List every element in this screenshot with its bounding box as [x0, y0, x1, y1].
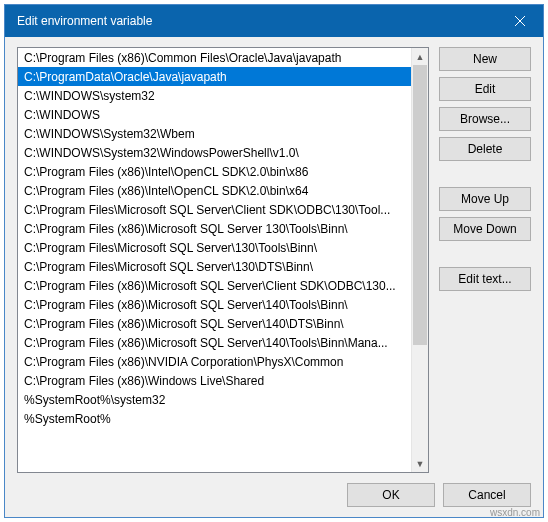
list-item[interactable]: C:\WINDOWS [18, 105, 411, 124]
close-icon [515, 16, 525, 26]
path-list[interactable]: C:\Program Files (x86)\Common Files\Orac… [18, 48, 411, 472]
path-list-container: C:\Program Files (x86)\Common Files\Orac… [17, 47, 429, 473]
edit-button[interactable]: Edit [439, 77, 531, 101]
list-item[interactable]: C:\Program Files (x86)\Microsoft SQL Ser… [18, 333, 411, 352]
list-item[interactable]: %SystemRoot% [18, 409, 411, 428]
titlebar[interactable]: Edit environment variable [5, 5, 543, 37]
button-gap [439, 247, 531, 261]
list-item[interactable]: C:\WINDOWS\system32 [18, 86, 411, 105]
list-item[interactable]: C:\Program Files (x86)\Common Files\Orac… [18, 48, 411, 67]
move-down-button[interactable]: Move Down [439, 217, 531, 241]
list-item[interactable]: C:\Program Files\Microsoft SQL Server\13… [18, 238, 411, 257]
scroll-thumb[interactable] [413, 65, 427, 345]
edit-text-button[interactable]: Edit text... [439, 267, 531, 291]
content-row: C:\Program Files (x86)\Common Files\Orac… [17, 47, 531, 473]
cancel-button[interactable]: Cancel [443, 483, 531, 507]
browse-button[interactable]: Browse... [439, 107, 531, 131]
close-button[interactable] [497, 5, 543, 37]
list-item[interactable]: C:\Program Files (x86)\Microsoft SQL Ser… [18, 276, 411, 295]
scrollbar-vertical[interactable]: ▲ ▼ [411, 48, 428, 472]
delete-button[interactable]: Delete [439, 137, 531, 161]
scroll-down-button[interactable]: ▼ [412, 455, 428, 472]
list-item[interactable]: C:\Program Files (x86)\Intel\OpenCL SDK\… [18, 181, 411, 200]
button-gap [439, 167, 531, 181]
dialog-body: C:\Program Files (x86)\Common Files\Orac… [5, 37, 543, 517]
list-item[interactable]: C:\Program Files\Microsoft SQL Server\Cl… [18, 200, 411, 219]
list-item[interactable]: C:\WINDOWS\System32\WindowsPowerShell\v1… [18, 143, 411, 162]
dialog-title: Edit environment variable [17, 14, 152, 28]
scroll-up-button[interactable]: ▲ [412, 48, 428, 65]
ok-button[interactable]: OK [347, 483, 435, 507]
list-item[interactable]: C:\Program Files (x86)\Microsoft SQL Ser… [18, 219, 411, 238]
list-item[interactable]: C:\Program Files (x86)\Windows Live\Shar… [18, 371, 411, 390]
move-up-button[interactable]: Move Up [439, 187, 531, 211]
list-item[interactable]: C:\Program Files (x86)\Intel\OpenCL SDK\… [18, 162, 411, 181]
new-button[interactable]: New [439, 47, 531, 71]
list-item[interactable]: C:\ProgramData\Oracle\Java\javapath [18, 67, 411, 86]
list-item[interactable]: C:\Program Files (x86)\Microsoft SQL Ser… [18, 295, 411, 314]
list-item[interactable]: %SystemRoot%\system32 [18, 390, 411, 409]
dialog-footer: OK Cancel [17, 473, 531, 507]
list-item[interactable]: C:\Program Files (x86)\Microsoft SQL Ser… [18, 314, 411, 333]
list-item[interactable]: C:\WINDOWS\System32\Wbem [18, 124, 411, 143]
side-button-column: New Edit Browse... Delete Move Up Move D… [439, 47, 531, 473]
list-item[interactable]: C:\Program Files\Microsoft SQL Server\13… [18, 257, 411, 276]
dialog-window: Edit environment variable C:\Program Fil… [4, 4, 544, 518]
list-item[interactable]: C:\Program Files (x86)\NVIDIA Corporatio… [18, 352, 411, 371]
